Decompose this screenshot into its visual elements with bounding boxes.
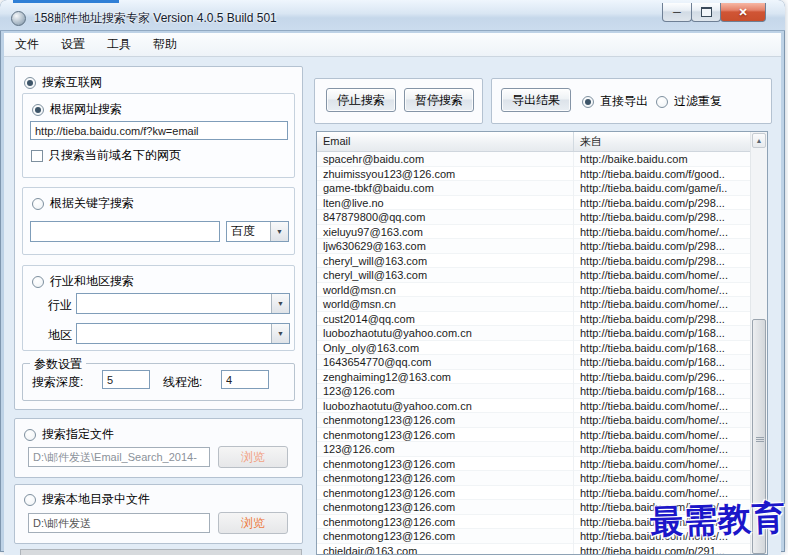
radio-industry-region[interactable]: 行业和地区搜索 bbox=[32, 273, 134, 290]
from-cell: http://tieba.baidu.com/p/298... bbox=[574, 196, 767, 211]
menu-tools[interactable]: 工具 bbox=[96, 33, 142, 56]
minimize-button[interactable]: ─ bbox=[662, 3, 692, 22]
radio-export-filter[interactable]: 过滤重复 bbox=[656, 93, 722, 110]
browse-dir-button[interactable]: 浏览 bbox=[218, 512, 288, 534]
browse-file-button[interactable]: 浏览 bbox=[218, 446, 288, 468]
table-row[interactable]: cheryl_will@163.com http://tieba.baidu.c… bbox=[317, 254, 767, 269]
radio-export-direct[interactable]: 直接导出 bbox=[582, 93, 648, 110]
table-row[interactable]: zenghaiming12@163.com http://tieba.baidu… bbox=[317, 370, 767, 385]
export-results-button[interactable]: 导出结果 bbox=[501, 88, 571, 112]
maximize-button[interactable] bbox=[691, 3, 721, 22]
region-select[interactable]: ▼ bbox=[76, 323, 290, 344]
from-cell: http://tieba.baidu.com/p/298... bbox=[574, 210, 767, 225]
table-row[interactable]: chenmotong123@126.com http://tieba.baidu… bbox=[317, 413, 767, 428]
maximize-icon bbox=[701, 7, 712, 17]
radio-icon bbox=[656, 96, 668, 108]
vertical-scrollbar[interactable]: ▲ bbox=[750, 132, 767, 554]
email-cell: world@msn.cn bbox=[317, 297, 574, 312]
menu-bar: 文件 设置 工具 帮助 bbox=[4, 33, 781, 57]
email-cell: luobozhaotutu@yahoo.com.cn bbox=[317, 399, 574, 414]
pause-search-button[interactable]: 暂停搜索 bbox=[404, 88, 474, 112]
table-row[interactable]: spacehr@baidu.com http://baike.baidu.com bbox=[317, 152, 767, 167]
email-cell: chenmotong123@126.com bbox=[317, 529, 574, 544]
keyword-input[interactable] bbox=[30, 221, 220, 242]
industry-select[interactable]: ▼ bbox=[76, 293, 290, 314]
table-header: Email 来自 bbox=[317, 132, 767, 152]
menu-file[interactable]: 文件 bbox=[4, 33, 50, 56]
threads-input[interactable] bbox=[221, 370, 269, 389]
watermark-text: 最需教育 bbox=[649, 496, 786, 546]
table-row[interactable]: game-tbkf@baidu.com http://tieba.baidu.c… bbox=[317, 181, 767, 196]
table-row[interactable]: zhuimissyou123@126.com http://tieba.baid… bbox=[317, 167, 767, 182]
table-row[interactable]: 123@126.com http://tieba.baidu.com/home/… bbox=[317, 442, 767, 457]
email-cell: 123@126.com bbox=[317, 384, 574, 399]
radio-icon bbox=[32, 104, 44, 116]
email-cell: chenmotong123@126.com bbox=[317, 486, 574, 501]
chevron-down-icon[interactable]: ▼ bbox=[270, 222, 288, 241]
table-row[interactable]: luobozhaotutu@yahoo.com.cn http://tieba.… bbox=[317, 399, 767, 414]
table-body: spacehr@baidu.com http://baike.baidu.com… bbox=[317, 152, 767, 555]
table-row[interactable]: cheryl_will@163.com http://tieba.baidu.c… bbox=[317, 268, 767, 283]
table-row[interactable]: luobozhaotutu@yahoo.com.cn http://tieba.… bbox=[317, 326, 767, 341]
chevron-down-icon[interactable]: ▼ bbox=[271, 294, 289, 313]
checkbox-current-domain[interactable]: 只搜索当前域名下的网页 bbox=[31, 147, 181, 164]
radio-search-by-url[interactable]: 根据网址搜索 bbox=[32, 101, 122, 118]
email-cell: game-tbkf@baidu.com bbox=[317, 181, 574, 196]
email-cell: xieluyu97@163.com bbox=[317, 225, 574, 240]
table-row[interactable]: world@msn.cn http://tieba.baidu.com/home… bbox=[317, 283, 767, 298]
table-row[interactable]: lten@live.no http://tieba.baidu.com/p/29… bbox=[317, 196, 767, 211]
from-cell: http://tieba.baidu.com/home/... bbox=[574, 225, 767, 240]
close-icon: ✕ bbox=[738, 6, 747, 19]
from-cell: http://tieba.baidu.com/p/298... bbox=[574, 254, 767, 269]
from-cell: http://tieba.baidu.com/home/... bbox=[574, 428, 767, 443]
email-cell: world@msn.cn bbox=[317, 283, 574, 298]
from-cell: http://tieba.baidu.com/home/... bbox=[574, 268, 767, 283]
email-cell: chenmotong123@126.com bbox=[317, 457, 574, 472]
scrollbar-grip-icon bbox=[756, 437, 764, 443]
from-cell: http://tieba.baidu.com/game/i.. bbox=[574, 181, 767, 196]
depth-input[interactable] bbox=[102, 370, 150, 389]
table-row[interactable]: chenmotong123@126.com http://tieba.baidu… bbox=[317, 457, 767, 472]
email-cell: luobozhaotutu@yahoo.com.cn bbox=[317, 326, 574, 341]
table-row[interactable]: xieluyu97@163.com http://tieba.baidu.com… bbox=[317, 225, 767, 240]
radio-icon bbox=[24, 429, 36, 441]
cropped-link-artifact bbox=[13, 0, 119, 3]
radio-search-by-keyword[interactable]: 根据关键字搜索 bbox=[32, 195, 134, 212]
column-header-email[interactable]: Email bbox=[317, 132, 574, 151]
menu-help[interactable]: 帮助 bbox=[142, 33, 188, 56]
radio-icon bbox=[32, 198, 44, 210]
table-row[interactable]: chenmotong123@126.com http://tieba.baidu… bbox=[317, 428, 767, 443]
search-engine-select[interactable]: 百度 ▼ bbox=[226, 221, 289, 242]
table-row[interactable]: Only_oly@163.com http://tieba.baidu.com/… bbox=[317, 341, 767, 356]
email-cell: zenghaiming12@163.com bbox=[317, 370, 574, 385]
window-title: 158邮件地址搜索专家 Version 4.0.5 Build 501 bbox=[34, 10, 277, 27]
radio-search-internet[interactable]: 搜索互联网 bbox=[24, 74, 102, 91]
dir-path-input[interactable] bbox=[28, 513, 210, 533]
menu-settings[interactable]: 设置 bbox=[50, 33, 96, 56]
url-input[interactable] bbox=[30, 121, 288, 140]
table-row[interactable]: 847879800@qq.com http://tieba.baidu.com/… bbox=[317, 210, 767, 225]
from-cell: http://tieba.baidu.com/home/... bbox=[574, 413, 767, 428]
from-cell: http://tieba.baidu.com/f/good.. bbox=[574, 167, 767, 182]
file-path-input[interactable] bbox=[28, 447, 210, 467]
scroll-up-icon[interactable]: ▲ bbox=[752, 133, 766, 148]
table-row[interactable]: chieldair@163.com http://tieba.baidu.com… bbox=[317, 544, 767, 555]
table-row[interactable]: chenmotong123@126.com http://tieba.baidu… bbox=[317, 471, 767, 486]
radio-search-file[interactable]: 搜索指定文件 bbox=[24, 426, 114, 443]
close-button[interactable]: ✕ bbox=[720, 3, 766, 22]
table-row[interactable]: 123@126.com http://tieba.baidu.com/p/168… bbox=[317, 384, 767, 399]
checkbox-icon bbox=[31, 150, 43, 162]
table-row[interactable]: ljw630629@163.com http://tieba.baidu.com… bbox=[317, 239, 767, 254]
stop-search-button[interactable]: 停止搜索 bbox=[326, 88, 396, 112]
table-row[interactable]: cust2014@qq.com http://tieba.baidu.com/p… bbox=[317, 312, 767, 327]
from-cell: http://tieba.baidu.com/p/296... bbox=[574, 370, 767, 385]
email-cell: 123@126.com bbox=[317, 442, 574, 457]
table-row[interactable]: 1643654770@qq.com http://tieba.baidu.com… bbox=[317, 355, 767, 370]
table-row[interactable]: world@msn.cn http://tieba.baidu.com/home… bbox=[317, 297, 767, 312]
chevron-down-icon[interactable]: ▼ bbox=[271, 324, 289, 343]
from-cell: http://tieba.baidu.com/p/298... bbox=[574, 239, 767, 254]
column-header-from[interactable]: 来自 bbox=[574, 132, 767, 151]
from-cell: http://tieba.baidu.com/p/291... bbox=[574, 544, 767, 555]
from-cell: http://tieba.baidu.com/p/298... bbox=[574, 312, 767, 327]
radio-search-directory[interactable]: 搜索本地目录中文件 bbox=[24, 491, 150, 508]
